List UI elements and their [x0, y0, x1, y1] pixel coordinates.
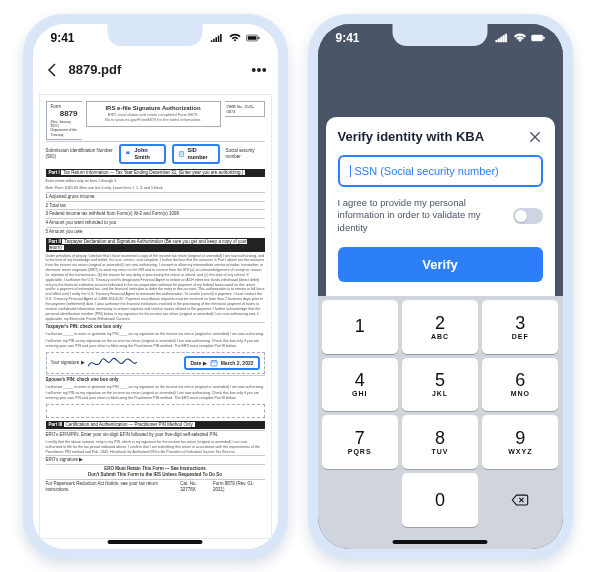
status-icons — [495, 33, 545, 43]
close-icon[interactable] — [527, 129, 543, 145]
part1-title: Tax Return Information — Tax Year Ending… — [63, 170, 177, 175]
svg-point-4 — [257, 68, 259, 70]
key-num: 5 — [435, 371, 445, 389]
key-1[interactable]: 1 — [322, 300, 398, 354]
key-8[interactable]: 8TUV — [402, 415, 478, 469]
key-num: 1 — [355, 317, 365, 335]
svg-rect-2 — [247, 36, 256, 40]
status-time: 9:41 — [336, 31, 360, 45]
home-indicator[interactable] — [393, 540, 488, 544]
part3-label: Part III — [49, 422, 63, 427]
document-page: Form 8879 (Rev. January 2021) Department… — [39, 94, 272, 539]
consent-row: I agree to provide my personal informati… — [338, 197, 543, 235]
key-4[interactable]: 4GHI — [322, 358, 398, 412]
key-2[interactable]: 2ABC — [402, 300, 478, 354]
phone-right: 9:41 Verify identity with KBA SSN (Socia… — [308, 14, 573, 559]
sid-label: Submission Identification Number (SID) — [46, 148, 113, 160]
omb-box: OMB No. 1545-0074 — [225, 101, 265, 117]
wifi-icon — [513, 33, 527, 43]
home-indicator[interactable] — [108, 540, 203, 544]
toggle-knob — [515, 210, 527, 222]
key-sub: WXYZ — [508, 448, 532, 455]
key-sub: ABC — [431, 333, 449, 340]
svg-rect-7 — [211, 360, 217, 366]
sp-auth-b: I will enter my PIN as my signature on t… — [46, 391, 265, 401]
status-bar: 9:41 — [33, 24, 278, 52]
kba-modal: Verify identity with KBA SSN (Social sec… — [326, 117, 555, 296]
sid-field[interactable]: SID number — [172, 144, 220, 164]
key-5[interactable]: 5JKL — [402, 358, 478, 412]
part2-title: Taxpayer Declaration and Signature Autho… — [49, 239, 247, 250]
flag-icon — [125, 150, 132, 158]
key-sub: PQRS — [348, 448, 372, 455]
line-note: Enter whole dollars only on lines 1 thro… — [46, 179, 265, 184]
input-caret — [350, 165, 351, 177]
signal-icon — [495, 33, 509, 43]
form-rev: (Rev. January 2021) — [51, 120, 78, 129]
key-num: 8 — [435, 429, 445, 447]
modal-title: Verify identity with KBA — [338, 129, 485, 144]
form-title-box: IRS e-file Signature Authorization ERO m… — [86, 101, 221, 127]
date-label: Date ▶ — [190, 360, 206, 367]
name-field-value: John Smith — [135, 147, 160, 161]
footer-cat: Cat. No. 32778X — [180, 481, 213, 493]
signature-box[interactable]: Your signature ▶ Date ▶ March 2, 2022 — [46, 352, 265, 374]
key-7[interactable]: 7PQRS — [322, 415, 398, 469]
verify-button[interactable]: Verify — [338, 247, 543, 282]
back-icon[interactable] — [43, 61, 61, 79]
svg-rect-1 — [258, 36, 259, 38]
notch — [108, 24, 203, 46]
key-sub: GHI — [352, 390, 367, 397]
svg-rect-10 — [532, 36, 541, 40]
key-sub: DEF — [512, 333, 529, 340]
document-viewport[interactable]: Form 8879 (Rev. January 2021) Department… — [33, 88, 278, 549]
part2-label: Part II — [49, 239, 62, 244]
auth-option-b: I will enter my PIN as my signature on t… — [46, 339, 265, 349]
footer1: ERO Must Retain This Form — See Instruct… — [46, 464, 265, 472]
ero-pin-label: ERO's EFIN/PIN. Enter your six-digit EFI… — [46, 430, 265, 438]
signature-icon — [85, 355, 140, 371]
svg-point-3 — [252, 68, 254, 70]
battery-icon — [531, 33, 545, 43]
numeric-keypad: 1 2ABC 3DEF 4GHI 5JKL 6MNO 7PQRS 8TUV 9W… — [318, 296, 563, 549]
date-value: March 2, 2022 — [221, 360, 254, 367]
decl-text: Under penalties of perjury, I declare th… — [46, 254, 265, 322]
part1-label: Part I — [49, 170, 60, 175]
form-number-box: Form 8879 (Rev. January 2021) Department… — [46, 101, 82, 140]
ssn-input[interactable]: SSN (Social security number) — [338, 155, 543, 187]
appbar-title: 8879.pdf — [69, 62, 242, 77]
date-field[interactable]: Date ▶ March 2, 2022 — [184, 356, 259, 370]
tp-pin-label: Taxpayer's PIN: check one box only — [46, 322, 265, 330]
line-3: 3 Federal income tax withheld from Form(… — [46, 209, 265, 217]
key-sub: TUV — [431, 448, 448, 455]
doc-icon — [178, 150, 185, 158]
consent-text: I agree to provide my personal informati… — [338, 197, 505, 235]
wifi-icon — [228, 33, 242, 43]
key-num: 2 — [435, 314, 445, 332]
key-3[interactable]: 3DEF — [482, 300, 558, 354]
footer3: For Paperwork Reduction Act Notice, see … — [46, 481, 181, 493]
key-0[interactable]: 0 — [402, 473, 478, 527]
key-num: 7 — [355, 429, 365, 447]
key-num: 4 — [355, 371, 365, 389]
modal-header: Verify identity with KBA — [338, 129, 543, 145]
spouse-signature-box[interactable] — [46, 404, 265, 418]
sid-field-value: SID number — [188, 147, 214, 161]
footer2: Don't Submit This Form to the IRS Unless… — [46, 472, 265, 478]
backspace-icon — [510, 493, 530, 507]
form-sub2: Go to www.irs.gov/Form8879 for the lates… — [90, 117, 217, 122]
key-6[interactable]: 6MNO — [482, 358, 558, 412]
status-bar: 9:41 — [318, 24, 563, 52]
key-backspace[interactable] — [482, 473, 558, 527]
consent-toggle[interactable] — [513, 208, 543, 224]
line-note2: Note: Form 1040-SS filers use line 4 onl… — [46, 186, 265, 191]
line-4: 4 Amount you want refunded to you — [46, 218, 265, 226]
name-field[interactable]: John Smith — [119, 144, 166, 164]
key-num: 0 — [435, 491, 445, 509]
svg-rect-9 — [543, 36, 544, 38]
key-9[interactable]: 9WXYZ — [482, 415, 558, 469]
appbar: 8879.pdf — [33, 52, 278, 88]
line-1: 1 Adjusted gross income — [46, 192, 265, 200]
more-icon[interactable] — [250, 61, 268, 79]
line-5: 5 Amount you owe — [46, 227, 265, 235]
